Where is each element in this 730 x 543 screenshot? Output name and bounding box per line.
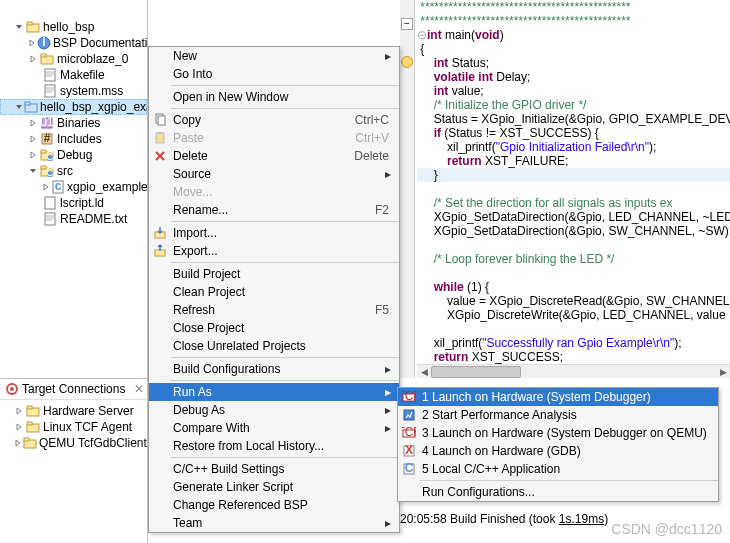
project-icon — [24, 99, 38, 115]
tree-row-xgpio[interactable]: c xgpio_example. — [0, 179, 147, 195]
chevron-right-icon: ▸ — [383, 167, 393, 181]
svg-rect-25 — [45, 213, 55, 225]
tree-label: Binaries — [57, 116, 100, 130]
scroll-left-arrow-icon[interactable]: ◀ — [417, 365, 431, 378]
scrollbar-thumb[interactable] — [431, 366, 521, 378]
fold-minus-icon[interactable]: − — [401, 18, 413, 30]
tree-row-debug[interactable]: C Debug — [0, 147, 147, 163]
svg-rect-6 — [45, 69, 55, 81]
tree-row-bsp-doc[interactable]: i BSP Documentation — [0, 35, 147, 51]
folder-icon — [25, 403, 41, 419]
chevron-right-icon — [28, 150, 38, 160]
menu-build-project[interactable]: Build Project — [149, 265, 399, 283]
svg-text:X: X — [405, 444, 413, 457]
menu-new[interactable]: New▸ — [149, 47, 399, 65]
tree-row-makefile[interactable]: Makefile — [0, 67, 147, 83]
menu-import[interactable]: Import... — [149, 224, 399, 242]
tcf-icon: TCF — [398, 424, 420, 442]
tree-label: Makefile — [60, 68, 105, 82]
target-row[interactable]: QEMU TcfGdbClient — [0, 435, 148, 451]
chevron-right-icon — [28, 38, 36, 48]
panel-header[interactable]: Target Connections ✕ — [0, 379, 148, 400]
tree-row-src[interactable]: C src — [0, 163, 147, 179]
chevron-right-icon: ▸ — [383, 49, 393, 63]
menu-copy[interactable]: CopyCtrl+C — [149, 111, 399, 129]
performance-icon — [398, 406, 420, 424]
info-icon: i — [37, 35, 51, 51]
warning-marker-icon[interactable] — [401, 56, 413, 68]
tree-row-includes[interactable]: # Includes — [0, 131, 147, 147]
scroll-right-arrow-icon[interactable]: ▶ — [716, 365, 730, 378]
tcf-icon: TCF — [398, 388, 420, 406]
menu-export[interactable]: Export... — [149, 242, 399, 260]
delete-icon — [149, 147, 171, 165]
chevron-right-icon — [14, 422, 24, 432]
menu-close-project[interactable]: Close Project — [149, 319, 399, 337]
target-label: Linux TCF Agent — [43, 420, 132, 434]
console-timestamp: 20:05:58 — [400, 512, 450, 526]
svg-rect-24 — [45, 197, 55, 209]
chevron-right-icon — [42, 182, 50, 192]
tree-row-microblaze[interactable]: microblaze_0 — [0, 51, 147, 67]
menu-source[interactable]: Source▸ — [149, 165, 399, 183]
target-row[interactable]: Linux TCF Agent — [0, 419, 148, 435]
menu-delete[interactable]: DeleteDelete — [149, 147, 399, 165]
menu-change-bsp[interactable]: Change Referenced BSP — [149, 496, 399, 514]
submenu-run-configurations[interactable]: Run Configurations... — [398, 483, 718, 501]
svg-rect-36 — [156, 133, 164, 143]
menu-debug-as[interactable]: Debug As▸ — [149, 401, 399, 419]
svg-text:C: C — [405, 462, 414, 475]
tree-row-hello-bsp[interactable]: hello_bsp — [0, 19, 147, 35]
svg-rect-9 — [25, 102, 30, 105]
chevron-right-icon: ▸ — [383, 403, 393, 417]
chevron-right-icon — [28, 134, 38, 144]
menu-rename[interactable]: Rename...F2 — [149, 201, 399, 219]
menu-build-configurations[interactable]: Build Configurations▸ — [149, 360, 399, 378]
tree-row-readme[interactable]: README.txt — [0, 211, 147, 227]
svg-text:i: i — [42, 36, 45, 49]
svg-rect-1 — [27, 22, 32, 25]
menu-refresh[interactable]: RefreshF5 — [149, 301, 399, 319]
folder-c-icon: C — [39, 147, 55, 163]
x-icon: X — [398, 442, 420, 460]
export-icon — [149, 242, 171, 260]
target-row[interactable]: Hardware Server — [0, 403, 148, 419]
menu-generate-linker[interactable]: Generate Linker Script — [149, 478, 399, 496]
chevron-down-icon — [28, 166, 38, 176]
menu-clean-project[interactable]: Clean Project — [149, 283, 399, 301]
tree-row-system-mss[interactable]: system.mss — [0, 83, 147, 99]
target-label: Hardware Server — [43, 404, 134, 418]
menu-restore-history[interactable]: Restore from Local History... — [149, 437, 399, 455]
submenu-launch-hardware[interactable]: TCF1 Launch on Hardware (System Debugger… — [398, 388, 718, 406]
menu-team[interactable]: Team▸ — [149, 514, 399, 532]
tree-row-binaries[interactable]: 01 Binaries — [0, 115, 147, 131]
menu-go-into[interactable]: Go Into — [149, 65, 399, 83]
chevron-down-icon — [14, 22, 24, 32]
chevron-right-icon: ▸ — [383, 385, 393, 399]
tree-row-lscript[interactable]: lscript.ld — [0, 195, 147, 211]
chevron-right-icon: ▸ — [383, 362, 393, 376]
horizontal-scrollbar[interactable]: ◀ ▶ — [417, 364, 730, 378]
code-editor[interactable]: − **************************************… — [400, 0, 730, 378]
copy-icon — [149, 111, 171, 129]
submenu-launch-gdb[interactable]: X4 Launch on Hardware (GDB) — [398, 442, 718, 460]
includes-icon: # — [39, 131, 55, 147]
submenu-launch-qemu[interactable]: TCF3 Launch on Hardware (System Debugger… — [398, 424, 718, 442]
menu-close-unrelated[interactable]: Close Unrelated Projects — [149, 337, 399, 355]
menu-open-new-window[interactable]: Open in New Window — [149, 88, 399, 106]
svg-rect-29 — [27, 406, 32, 409]
menu-run-as[interactable]: Run As▸ — [149, 383, 399, 401]
menu-move: Move... — [149, 183, 399, 201]
svg-rect-5 — [41, 54, 46, 57]
menu-compare-with[interactable]: Compare With▸ — [149, 419, 399, 437]
tree-label: system.mss — [60, 84, 123, 98]
svg-rect-31 — [27, 422, 32, 425]
menu-cpp-build-settings[interactable]: C/C++ Build Settings — [149, 460, 399, 478]
submenu-local-cpp[interactable]: C5 Local C/C++ Application — [398, 460, 718, 478]
svg-rect-37 — [158, 132, 162, 134]
close-icon[interactable]: ✕ — [134, 382, 144, 396]
c-app-icon: C — [398, 460, 420, 478]
tree-label: hello_bsp — [43, 20, 94, 34]
tree-row-selected-project[interactable]: hello_bsp_xgpio_exam — [0, 99, 147, 115]
submenu-performance[interactable]: 2 Start Performance Analysis — [398, 406, 718, 424]
